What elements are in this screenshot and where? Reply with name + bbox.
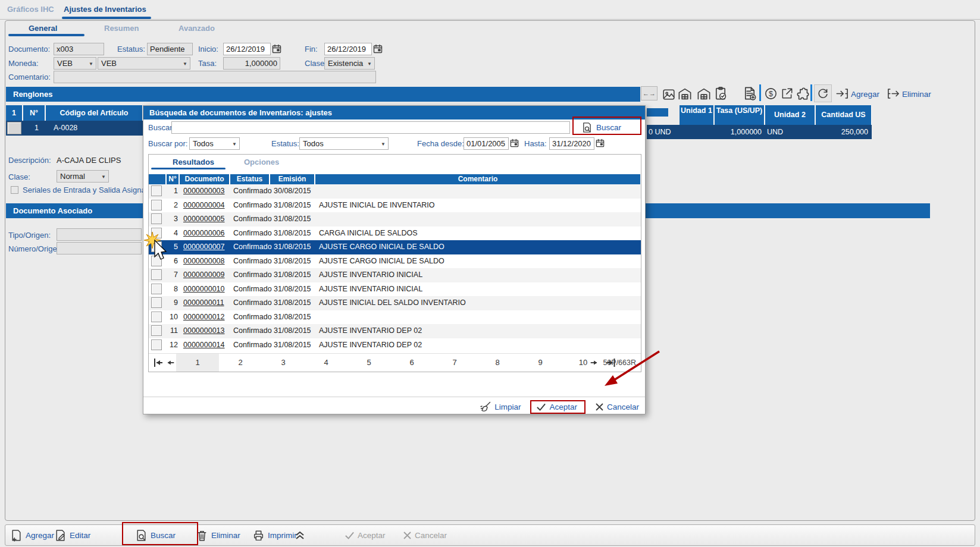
- modal-estatus-select[interactable]: Todos▼: [299, 137, 389, 150]
- row-checkbox[interactable]: [151, 339, 162, 350]
- table-row[interactable]: 11 0000000013 Confirmado 31/08/2015 AJUS…: [149, 324, 641, 338]
- row-checkbox[interactable]: [151, 284, 162, 294]
- remove-row-icon[interactable]: [887, 87, 900, 102]
- table-row[interactable]: 6 0000000008 Confirmado 31/08/2015 AJUST…: [149, 254, 641, 269]
- table-row[interactable]: 2 0000000004 Confirmado 31/08/2015 AJUST…: [149, 199, 641, 213]
- emision-column-header[interactable]: Emisión: [270, 174, 315, 184]
- external-link-icon[interactable]: [781, 87, 794, 102]
- page-number[interactable]: 6: [390, 354, 433, 372]
- document-link[interactable]: 0000000005: [183, 212, 225, 227]
- page-number[interactable]: 8: [476, 354, 519, 372]
- estatus-field[interactable]: [147, 43, 193, 55]
- toolbar-collapse-button[interactable]: [294, 525, 306, 545]
- page-number[interactable]: 4: [305, 354, 347, 372]
- table-row[interactable]: 7 0000000009 Confirmado 31/08/2015 AJUST…: [149, 268, 641, 282]
- table-row[interactable]: 9 0000000011 Confirmado 31/08/2015 AJUST…: [149, 296, 641, 310]
- row-checkbox[interactable]: [151, 213, 162, 224]
- tasa-field[interactable]: [223, 57, 280, 70]
- first-page-button[interactable]: [152, 357, 164, 370]
- comentario-column-header[interactable]: Comentario: [315, 174, 641, 184]
- toolbar-eliminar-button[interactable]: Eliminar: [196, 525, 240, 545]
- inicio-calendar-icon[interactable]: [272, 44, 281, 54]
- left-grid-selected-row[interactable]: 1 A-0028: [6, 121, 143, 136]
- toolbar-imprimir-button[interactable]: Imprimir: [252, 525, 297, 545]
- document-add-icon[interactable]: [743, 86, 757, 102]
- documento-column-header[interactable]: Documento: [180, 174, 230, 184]
- document-link[interactable]: 0000000013: [183, 324, 225, 338]
- table-row[interactable]: 4 0000000006 Confirmado 31/08/2015 CARGA…: [149, 227, 641, 241]
- row-checkbox[interactable]: [151, 312, 162, 322]
- document-link[interactable]: 0000000007: [183, 240, 225, 254]
- subtab-general[interactable]: General: [29, 24, 57, 33]
- row-checkbox[interactable]: [151, 200, 162, 210]
- tipo-origen-field[interactable]: [57, 228, 142, 241]
- comentario-field[interactable]: [54, 71, 376, 83]
- row-selector-cell[interactable]: [7, 122, 21, 134]
- table-row[interactable]: 12 0000000014 Confirmado 31/08/2015 AJUS…: [149, 338, 641, 353]
- tab-graficos-ihc[interactable]: Gráficos IHC: [7, 5, 54, 14]
- tab-ajustes-inventarios[interactable]: Ajustes de Inventarios: [64, 5, 146, 14]
- insert-row-icon[interactable]: [835, 87, 849, 102]
- document-link[interactable]: 0000000006: [183, 227, 225, 241]
- puzzle-icon[interactable]: [796, 87, 810, 102]
- page-number[interactable]: 3: [262, 354, 305, 372]
- subtab-resumen[interactable]: Resumen: [104, 24, 139, 33]
- table-row[interactable]: 1 0000000003 Confirmado 30/08/2015: [149, 184, 641, 199]
- hasta-calendar-icon[interactable]: [596, 139, 605, 148]
- toolbar-aceptar-button[interactable]: Aceptar: [345, 525, 386, 545]
- cancelar-button[interactable]: Cancelar: [595, 403, 639, 411]
- document-link[interactable]: 0000000009: [183, 268, 225, 282]
- subtab-avanzado[interactable]: Avanzado: [179, 24, 215, 33]
- documento-field[interactable]: [54, 43, 104, 55]
- aceptar-button[interactable]: Aceptar: [536, 403, 577, 411]
- row-checkbox[interactable]: [151, 186, 162, 196]
- right-grid-selected-row[interactable]: 0 UND 1,000000 UND 250,000: [647, 125, 872, 139]
- document-link[interactable]: 0000000011: [183, 296, 224, 310]
- seriales-checkbox[interactable]: [11, 186, 18, 194]
- warehouse-icon[interactable]: [678, 87, 692, 103]
- page-number-current[interactable]: 1: [176, 354, 219, 372]
- page-number[interactable]: 7: [433, 354, 476, 372]
- image-icon[interactable]: [662, 88, 675, 103]
- eliminar-row-button[interactable]: Eliminar: [902, 90, 931, 99]
- toolbar-cancelar-button[interactable]: Cancelar: [403, 525, 447, 545]
- prev-page-button[interactable]: [165, 357, 176, 370]
- moneda-select-1[interactable]: VEB▼: [54, 57, 96, 70]
- moneda-select-2[interactable]: VEB▼: [98, 57, 190, 70]
- fecha-desde-field[interactable]: [464, 137, 509, 150]
- agregar-row-button[interactable]: Agregar: [851, 90, 879, 99]
- tab-resultados[interactable]: Resultados: [173, 158, 214, 166]
- table-row[interactable]: 10 0000000012 Confirmado 31/08/2015: [149, 310, 641, 325]
- modal-search-input[interactable]: [171, 121, 570, 134]
- toolbar-agregar-button[interactable]: Agregar: [10, 525, 54, 545]
- document-link[interactable]: 0000000008: [183, 254, 225, 269]
- limpiar-button[interactable]: Limpiar: [480, 401, 521, 413]
- refresh-button[interactable]: [814, 84, 832, 102]
- row-checkbox[interactable]: [151, 325, 162, 336]
- estatus-column-header[interactable]: Estatus: [230, 174, 270, 184]
- clase-select[interactable]: Existencia▼: [324, 57, 375, 70]
- document-link[interactable]: 0000000004: [183, 199, 225, 213]
- scroll-left-icon[interactable]: ←: [643, 90, 649, 97]
- dollar-circle-icon[interactable]: $: [764, 87, 778, 102]
- warehouse-icon[interactable]: [697, 87, 711, 103]
- page-number[interactable]: 2: [219, 354, 262, 372]
- table-row[interactable]: 8 0000000010 Confirmado 31/08/2015 AJUST…: [149, 282, 641, 297]
- document-link[interactable]: 0000000003: [183, 184, 225, 199]
- document-link[interactable]: 0000000010: [183, 282, 225, 297]
- table-row[interactable]: 3 0000000005 Confirmado 31/08/2015: [149, 212, 641, 227]
- grid-hscroll-thumb[interactable]: [647, 108, 668, 117]
- row-checkbox[interactable]: [151, 297, 162, 308]
- clipboard-check-icon[interactable]: [713, 86, 728, 102]
- document-link[interactable]: 0000000012: [183, 310, 225, 325]
- table-row[interactable]: 5 0000000007 Confirmado 31/08/2015 AJUST…: [149, 240, 641, 254]
- fin-calendar-icon[interactable]: [373, 44, 383, 54]
- tab-opciones[interactable]: Opciones: [244, 158, 279, 166]
- document-link[interactable]: 0000000014: [183, 338, 225, 353]
- row-checkbox[interactable]: [151, 269, 162, 280]
- numero-origen-field[interactable]: [57, 242, 142, 254]
- page-number[interactable]: 5: [347, 354, 390, 372]
- detail-clase-select[interactable]: Normal▼: [57, 170, 109, 183]
- fecha-desde-calendar-icon[interactable]: [510, 139, 519, 148]
- scroll-right-icon[interactable]: →: [649, 90, 656, 97]
